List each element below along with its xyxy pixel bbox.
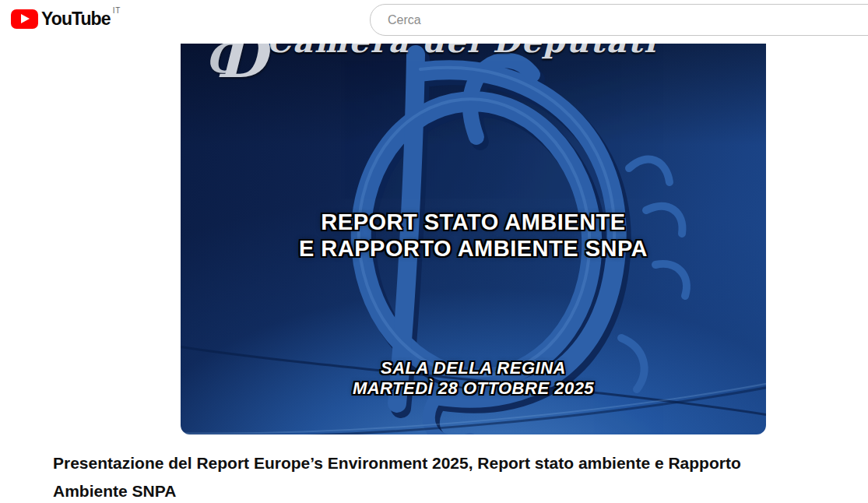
corner-monogram-icon: C D — [206, 44, 276, 125]
overlay-venue-line1: SALA DELLA REGINA — [181, 358, 766, 378]
overlay-title-line1: REPORT STATO AMBIENTE — [181, 209, 766, 235]
video-title-line1: Presentazione del Report Europe’s Enviro… — [53, 454, 741, 472]
video-title: Presentazione del Report Europe’s Enviro… — [53, 449, 831, 503]
video-player[interactable]: Camera dei Deputati C D REPORT STATO AMB… — [181, 44, 766, 434]
video-title-line2: Ambiente SNPA — [53, 482, 176, 500]
video-overlay-title: REPORT STATO AMBIENTE E RAPPORTO AMBIENT… — [181, 209, 766, 262]
search-input[interactable] — [370, 4, 868, 36]
youtube-logo[interactable]: YouTube IT — [11, 8, 121, 30]
youtube-play-icon — [11, 9, 38, 29]
youtube-wordmark: YouTube — [41, 8, 111, 30]
youtube-header: YouTube IT — [0, 0, 868, 44]
overlay-title-line2: E RAPPORTO AMBIENTE SNPA — [181, 235, 766, 262]
overlay-venue-line2: MARTEDÌ 28 OTTOBRE 2025 — [181, 378, 766, 399]
country-code-label: IT — [113, 6, 121, 15]
video-overlay-venue: SALA DELLA REGINA MARTEDÌ 28 OTTOBRE 202… — [181, 358, 766, 399]
